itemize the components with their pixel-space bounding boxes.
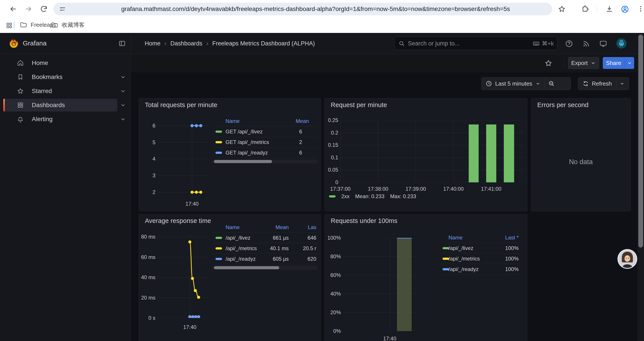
monitor-icon[interactable]	[599, 40, 607, 48]
extensions-icon[interactable]	[581, 5, 589, 13]
breadcrumb-home[interactable]: Home	[145, 40, 160, 47]
sidebar-item-starred[interactable]: Starred	[3, 85, 117, 97]
apps-grid-icon[interactable]	[6, 22, 13, 29]
dock-menu-icon[interactable]	[118, 40, 126, 47]
url-text: grafana.mathmast.com/d/deytv4rwavabkb/fr…	[121, 3, 544, 15]
legend-scrollbar-thumb[interactable]	[214, 266, 279, 269]
back-icon[interactable]	[9, 5, 17, 13]
reload-icon[interactable]	[40, 5, 48, 13]
sidebar-item-bookmarks[interactable]: Bookmarks	[3, 71, 117, 83]
series-name[interactable]: /api/_/metrics	[212, 245, 264, 251]
address-bar[interactable]: grafana.mathmast.com/d/deytv4rwavabkb/fr…	[53, 3, 552, 15]
share-menu-button[interactable]	[624, 57, 634, 69]
search-input[interactable]: Search or jump to... ⌘+k	[394, 37, 558, 50]
series-name[interactable]: /api/_/livez	[212, 235, 264, 241]
star-icon	[17, 88, 24, 95]
legend-row[interactable]: /api/_/metrics100%	[438, 253, 521, 264]
legend-row[interactable]: /api/_/readyz100%	[438, 264, 521, 274]
chevron-down-icon[interactable]	[120, 102, 126, 108]
series-name[interactable]: GET /api/_/metrics	[212, 139, 296, 145]
legend-row[interactable]: /api/_/livez100%	[438, 243, 521, 253]
refresh-button[interactable]: Refresh	[578, 78, 616, 90]
search-shortcut: ⌘+k	[542, 40, 554, 47]
sidebar-item-alerting[interactable]: Alerting	[3, 113, 117, 126]
refresh-icon	[582, 81, 589, 87]
zoom-out-button[interactable]	[545, 78, 558, 90]
series-value: 100%	[500, 266, 521, 272]
legend-scrollbar-thumb[interactable]	[214, 160, 272, 163]
time-range-label: Last 5 minutes	[495, 80, 532, 87]
chevron-down-icon[interactable]	[120, 74, 126, 80]
legend-scrollbar[interactable]	[212, 266, 318, 270]
panel-title[interactable]: Total requests per minute	[145, 101, 218, 109]
refresh-interval-button[interactable]	[616, 78, 628, 90]
grafana-logo[interactable]	[8, 38, 19, 49]
legend-row[interactable]: /api/_/livez661 µs646	[212, 233, 318, 243]
kebab-menu-icon[interactable]	[637, 5, 644, 13]
series-swatch	[442, 268, 449, 270]
x-tick-label: 17:40:00	[433, 186, 474, 192]
user-avatar[interactable]	[616, 38, 626, 49]
page-scrollbar[interactable]	[638, 33, 644, 341]
forward-icon[interactable]	[24, 5, 32, 13]
keyboard-icon	[533, 40, 540, 47]
news-rss-icon[interactable]	[582, 40, 590, 48]
legend-column-header[interactable]: Name	[438, 235, 500, 241]
favorite-star-icon[interactable]	[544, 59, 552, 67]
y-tick-label: 40 ms	[127, 274, 156, 280]
profile-icon[interactable]	[621, 5, 629, 13]
time-range-picker[interactable]: Last 5 minutes	[482, 78, 544, 90]
assistant-avatar[interactable]	[617, 249, 638, 269]
panel-title[interactable]: Requests under 100ms	[331, 217, 398, 224]
bell-icon	[17, 116, 24, 123]
scrollbar-thumb[interactable]	[638, 35, 643, 247]
panel-title[interactable]: Request per minute	[331, 101, 387, 109]
legend-column-header[interactable]: Las	[298, 224, 318, 230]
chevron-down-icon[interactable]	[120, 88, 126, 94]
series-name[interactable]: /api/_/readyz	[438, 266, 500, 272]
series-name[interactable]: /api/_/livez	[438, 245, 500, 251]
chevron-down-icon	[627, 60, 632, 66]
panel-errors-per-second: Errors per second No data	[531, 98, 631, 211]
legend-scrollbar[interactable]	[212, 160, 318, 163]
series-name[interactable]: /api/_/metrics	[438, 256, 500, 262]
sidebar-item-dashboards[interactable]: Dashboards	[3, 99, 117, 112]
breadcrumb-dashboards[interactable]: Dashboards	[170, 40, 202, 47]
bookmark-item[interactable]: 收藏博客	[51, 21, 84, 29]
export-button[interactable]: Export	[568, 57, 599, 69]
legend-column-header[interactable]: Mean	[264, 224, 298, 230]
export-label: Export	[571, 60, 588, 67]
series-swatch	[216, 141, 222, 143]
sidebar-item-label: Home	[32, 60, 48, 67]
series-name[interactable]: GET /api/_/livez	[212, 129, 296, 135]
help-icon[interactable]	[565, 40, 573, 48]
series-name[interactable]: GET /api/_/readyz	[212, 150, 296, 156]
legend-column-header[interactable]: Name	[212, 224, 264, 230]
series-name[interactable]: /api/_/readyz	[212, 256, 264, 262]
legend[interactable]: 2xx Mean: 0.233 Max: 0.233	[329, 193, 416, 200]
bookmark-item[interactable]: Freeleaps	[20, 21, 56, 29]
x-tick-label: 17:41:00	[470, 186, 512, 192]
share-label: Share	[606, 60, 621, 67]
site-settings-icon[interactable]	[59, 6, 66, 13]
legend-row[interactable]: GET /api/_/livez6	[212, 126, 318, 137]
legend-table: NameMeanLas/api/_/livez661 µs646/api/_/m…	[212, 222, 318, 270]
chevron-down-icon[interactable]	[120, 116, 126, 122]
legend-column-header[interactable]: Name	[212, 118, 296, 124]
share-button[interactable]: Share	[603, 57, 624, 69]
sidebar-item-home[interactable]: Home	[3, 57, 117, 69]
panel-title[interactable]: Average response time	[145, 217, 211, 224]
bookmark-star-icon[interactable]	[558, 5, 566, 13]
y-tick-label: 0.2	[310, 130, 338, 136]
x-tick-label: 17:37:00	[320, 186, 361, 192]
legend-row[interactable]: GET /api/_/readyz6	[212, 147, 318, 158]
zoom-out-icon	[548, 80, 555, 87]
panel-average-response-time: Average response time 80 ms60 ms40 ms20 …	[138, 214, 321, 341]
legend-column-header[interactable]: Last *	[500, 235, 521, 241]
legend-row[interactable]: /api/_/metrics40.1 ms20.5 r	[212, 243, 318, 254]
panel-title[interactable]: Errors per second	[537, 101, 588, 109]
legend-row[interactable]: GET /api/_/metrics2	[212, 137, 318, 147]
legend-row[interactable]: /api/_/readyz605 µs620	[212, 254, 318, 264]
download-icon[interactable]	[606, 5, 613, 13]
bookmark-label: 收藏博客	[62, 21, 84, 29]
